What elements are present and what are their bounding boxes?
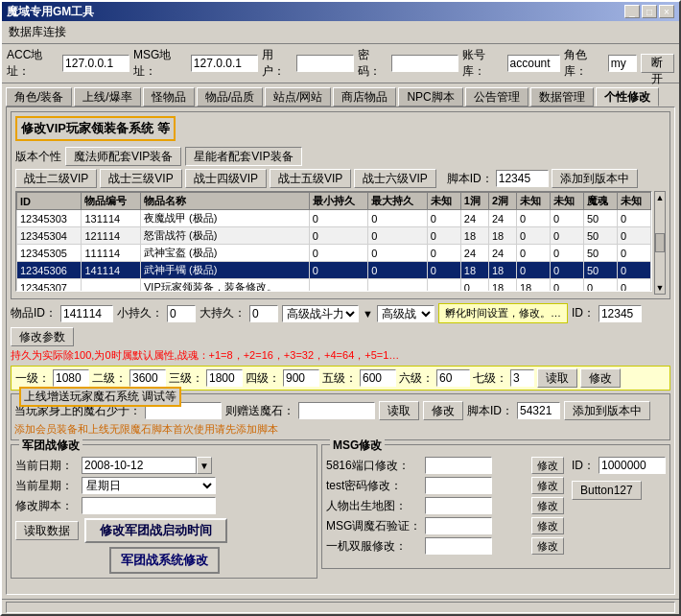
date-dropdown-btn[interactable]: ▼ (197, 457, 212, 474)
acc-db-input[interactable] (507, 55, 560, 72)
msg-field-btn-0[interactable]: 修改 (531, 457, 564, 474)
tab-monster[interactable]: 怪物品 (143, 87, 195, 107)
item-id-input[interactable] (60, 305, 113, 322)
msg-field-label-1: test密码修改： (326, 478, 421, 494)
role-db-input[interactable] (608, 55, 637, 72)
warrior-tab-3[interactable]: 战士三级VIP (100, 169, 181, 188)
gift-script-label: 脚本ID： (467, 403, 513, 419)
table-row[interactable]: 12345304121114怒雷战符 (极品)000181800500 (17, 227, 651, 245)
upper-title: 上线增送玩家魔石系统 调试等 (19, 387, 181, 407)
col-unk1: 未知 (427, 193, 460, 210)
level-modify-btn[interactable]: 修改 (580, 368, 621, 388)
tab-site[interactable]: 站点/网站 (265, 87, 331, 107)
msg-field-btn-1[interactable]: 修改 (531, 477, 564, 494)
msg-id-input[interactable] (599, 457, 666, 474)
warrior-tab-5[interactable]: 战士五级VIP (270, 169, 351, 188)
role-db-label: 角色库： (564, 47, 604, 80)
table-scrollbar[interactable]: ▲ ▼ (654, 191, 666, 295)
table-row[interactable]: 12345305111114武神宝盔 (极品)000242400500 (17, 245, 651, 262)
level-read-btn[interactable]: 读取 (537, 368, 577, 388)
date-input[interactable] (82, 457, 197, 474)
main-window: 魔域专用GM工具 _ □ × 数据库连接 ACC地址： MSG地址： 用户： 密… (0, 0, 681, 616)
tab-npc[interactable]: NPC脚本 (398, 87, 462, 107)
gift-read-btn[interactable]: 读取 (379, 401, 419, 420)
menu-database[interactable]: 数据库连接 (6, 23, 69, 41)
msg-field-input-2[interactable] (425, 497, 492, 514)
id2-input[interactable] (599, 305, 642, 322)
script-label: 修改脚本： (15, 498, 78, 514)
hatch-tooltip: 孵化时间设置，修改。… (438, 303, 568, 323)
extra-button[interactable]: Button127 (572, 481, 642, 500)
guild-script-input[interactable] (82, 497, 216, 514)
sub-tab-star[interactable]: 星能者配套VIP装备 (185, 147, 301, 166)
msg-field-input-0[interactable] (425, 457, 492, 474)
gift-script-input[interactable] (517, 402, 560, 419)
gift-modify-btn[interactable]: 修改 (423, 401, 463, 420)
table-row[interactable]: 12345307VIP玩家领装备，装备修改。01818000 (17, 279, 651, 293)
msg-field-label-3: MSG调魔石验证： (326, 518, 421, 534)
gift-add-btn[interactable]: 添加到版本中 (564, 401, 650, 420)
gift-amount-input[interactable] (298, 402, 375, 419)
msg-field-input-3[interactable] (425, 517, 492, 534)
lv7-label: 七级： (473, 370, 507, 387)
warrior-tab-4[interactable]: 战士四级VIP (185, 169, 267, 188)
table-row[interactable]: 12345306141114武神手镯 (极品)000181800500 (17, 262, 651, 279)
msg-field-btn-3[interactable]: 修改 (531, 517, 564, 534)
connect-button[interactable]: 断开 (641, 54, 674, 73)
tab-online[interactable]: 上线/爆率 (74, 87, 140, 107)
max-input[interactable] (249, 305, 278, 322)
bottom-area: 军团战修改 当前日期： ▼ 当前星期： 星期日 (11, 444, 670, 579)
table-row[interactable]: 12345303131114夜魔战甲 (极品)000242400500 (17, 210, 651, 227)
min-input[interactable] (167, 305, 196, 322)
guild-time-btn[interactable]: 修改军团战启动时间 (84, 518, 227, 543)
col-num: 物品编号 (82, 193, 141, 210)
lv4-label: 四级： (246, 370, 280, 387)
skill2-select[interactable]: 高级战 (377, 305, 434, 322)
acc-input[interactable] (62, 55, 129, 72)
lv4-input[interactable] (283, 369, 319, 387)
msg-input[interactable] (191, 55, 258, 72)
col-name: 物品名称 (141, 193, 310, 210)
msg-id-label: ID： (572, 458, 595, 474)
id2-label: ID： (572, 305, 595, 321)
status-bar (2, 599, 679, 614)
guild-title: 军团战修改 (19, 438, 82, 454)
tab-personal[interactable]: 个性修改 (596, 87, 659, 107)
minimize-button[interactable]: _ (624, 5, 640, 18)
script-id-input[interactable] (496, 170, 549, 187)
lv1-label: 一级： (15, 370, 50, 387)
tab-role[interactable]: 角色/装备 (6, 87, 72, 107)
maximize-button[interactable]: □ (642, 5, 657, 18)
then-label: 则赠送魔石： (225, 403, 294, 419)
lv3-input[interactable] (206, 369, 243, 387)
tab-notice[interactable]: 公告管理 (465, 87, 528, 107)
pwd-input[interactable] (391, 55, 458, 72)
close-button[interactable]: × (659, 5, 674, 18)
warrior-tab-6[interactable]: 战士六级VIP (354, 169, 435, 188)
lv1-input[interactable] (53, 369, 89, 387)
guild-read-btn[interactable]: 读取数据 (15, 521, 79, 540)
modify-param-btn[interactable]: 修改参数 (11, 327, 74, 346)
tab-shop[interactable]: 商店物品 (333, 87, 396, 107)
lv5-label: 五级： (322, 370, 357, 387)
lv6-input[interactable] (436, 369, 470, 387)
lv7-input[interactable] (510, 369, 534, 387)
add-to-version-btn[interactable]: 添加到版本中 (552, 169, 638, 188)
msg-field-label-4: 一机双服修改： (326, 538, 421, 555)
col-id: ID (17, 193, 82, 210)
warrior-tab-2[interactable]: 战士二级VIP (15, 169, 97, 188)
tab-item[interactable]: 物品/品质 (197, 87, 263, 107)
tab-data[interactable]: 数据管理 (530, 87, 594, 107)
msg-field-btn-4[interactable]: 修改 (531, 537, 564, 555)
msg-label: MSG地址： (133, 47, 187, 80)
col-unk4: 未知 (617, 193, 650, 210)
sub-tab-mage[interactable]: 魔法师配套VIP装备 (65, 147, 181, 166)
week-select[interactable]: 星期日 (82, 477, 216, 494)
msg-field-input-4[interactable] (425, 537, 492, 555)
msg-field-btn-2[interactable]: 修改 (531, 497, 564, 514)
skill1-select[interactable]: 高级战斗力 (282, 305, 359, 322)
msg-field-input-1[interactable] (425, 477, 492, 494)
lv2-input[interactable] (129, 369, 166, 387)
lv5-input[interactable] (360, 369, 396, 387)
user-input[interactable] (296, 55, 354, 72)
